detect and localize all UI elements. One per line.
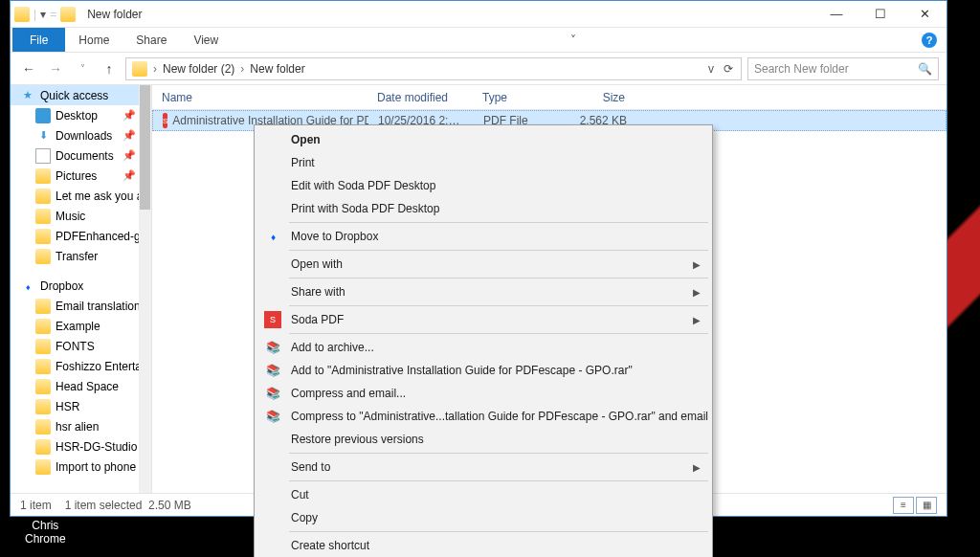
folder-icon [60,7,76,22]
archive-icon: 📚 [264,385,281,402]
fold-icon [35,229,51,244]
nav-label: Import to phone [56,460,136,474]
nav-label: HSR [56,400,79,413]
nav-label: Downloads [56,129,112,143]
nav-label: Music [56,210,85,223]
nav-pane[interactable]: ★ Quick access Desktop📌⬇Downloads📌Docume… [11,85,152,493]
dropbox-header[interactable]: ⬧ Dropbox [11,276,151,296]
close-button[interactable]: ✕ [902,1,947,28]
nav-item[interactable]: Example [11,316,151,336]
nav-label: hsr alien [56,420,99,434]
search-placeholder: Search New folder [754,62,849,76]
ctx-send-to[interactable]: Send to▶ [256,456,710,479]
view-tab[interactable]: View [180,29,232,52]
view-details-button[interactable]: ≡ [893,497,914,514]
window-title: New folder [87,8,142,21]
nav-label: PDFEnhanced-g [56,230,141,243]
ctx-separator [289,480,708,481]
chevron-icon[interactable]: › [238,62,246,76]
col-name[interactable]: Name [152,91,368,104]
maximize-button[interactable]: ☐ [858,1,902,28]
ctx-separator [289,278,708,278]
folder-icon [35,439,51,455]
back-button[interactable]: ← [18,58,39,79]
ctx-print-soda[interactable]: Print with Soda PDF Desktop [256,197,710,220]
nav-label: Let me ask you a [56,189,143,203]
ctx-archive[interactable]: 📚Add to archive... [256,336,710,359]
nav-label: HSR-DG-Studio [56,440,137,454]
nav-label: Desktop [56,109,98,123]
ctx-archive[interactable]: 📚Compress and email... [256,382,710,405]
quick-access-header[interactable]: ★ Quick access [11,85,151,105]
refresh-button[interactable]: ⟳ [718,62,739,76]
context-menu: Open Print Edit with Soda PDF Desktop Pr… [254,124,713,557]
file-tab[interactable]: File [12,28,65,52]
fold-icon [35,209,51,224]
col-type[interactable]: Type [473,91,568,104]
ctx-shortcut[interactable]: Create shortcut [256,534,710,557]
up-button[interactable]: ↑ [99,58,120,79]
home-tab[interactable]: Home [65,29,122,52]
nav-item[interactable]: HSR [11,396,151,416]
nav-item[interactable]: Transfer [11,246,151,266]
ctx-open-with[interactable]: Open with▶ [256,253,710,276]
forward-button[interactable]: → [45,58,66,79]
ctx-soda-pdf[interactable]: SSoda PDF▶ [256,308,710,331]
nav-item[interactable]: HSR-DG-Studio [11,436,151,457]
nav-item[interactable]: Email translation [11,296,151,316]
ctx-print[interactable]: Print [256,151,710,174]
nav-label: Email translation [56,300,141,313]
nav-item[interactable]: Import to phone [11,457,151,477]
nav-item[interactable]: Pictures📌 [11,166,151,186]
qat-item[interactable]: ▾ [40,8,46,21]
share-tab[interactable]: Share [122,29,180,52]
nav-item[interactable]: ⬇Downloads📌 [11,125,151,145]
folder-icon [35,319,51,334]
path-dropdown[interactable]: v [704,62,718,76]
ctx-restore[interactable]: Restore previous versions [256,428,710,451]
nav-item[interactable]: FONTS [11,336,151,356]
col-size[interactable]: Size [568,91,635,104]
folder-icon [14,7,30,22]
ctx-archive[interactable]: 📚Compress to "Administrative...tallation… [256,405,710,428]
nav-item[interactable]: PDFEnhanced-g [11,226,151,246]
col-date[interactable]: Date modified [368,91,473,104]
ctx-share-with[interactable]: Share with▶ [256,280,710,303]
nav-item[interactable]: Let me ask you a [11,186,151,206]
nav-item[interactable]: Foshizzo Enterta [11,356,151,376]
nav-item[interactable]: Documents📌 [11,145,151,166]
breadcrumb-item[interactable]: New folder [246,60,308,78]
help-icon[interactable]: ? [922,33,937,48]
ctx-copy[interactable]: Copy [256,506,710,529]
recent-button[interactable]: ˅ [72,58,93,79]
minimize-button[interactable]: — [814,1,858,28]
chevron-icon[interactable]: › [151,62,159,76]
nav-item[interactable]: Desktop📌 [11,105,151,125]
ctx-archive[interactable]: 📚Add to "Administrative Installation Gui… [256,359,710,382]
breadcrumb-item[interactable]: New folder (2) [159,60,238,78]
breadcrumb-path[interactable]: › New folder (2) › New folder v ⟳ [125,57,742,80]
nav-item[interactable]: Music [11,206,151,226]
pin-icon: 📌 [122,169,136,182]
ctx-edit-soda[interactable]: Edit with Soda PDF Desktop [256,174,710,197]
ctx-dropbox[interactable]: ⬧Move to Dropbox [256,225,710,248]
nav-label: Dropbox [40,279,83,293]
archive-icon: 📚 [264,362,281,379]
nav-label: FONTS [56,340,95,353]
desktop-shortcut[interactable]: Chris Chrome [25,519,66,546]
search-input[interactable]: Search New folder 🔍 [747,57,939,80]
folder-icon [35,379,51,394]
titlebar[interactable]: | ▾ = New folder — ☐ ✕ [11,1,947,28]
ribbon-expand[interactable]: ˅ [570,33,576,47]
status-size: 2.50 MB [148,499,191,512]
ctx-separator [289,222,708,223]
scrollbar-thumb[interactable] [140,85,150,210]
qat-sep: = [50,8,56,21]
nav-item[interactable]: Head Space [11,376,151,396]
ctx-cut[interactable]: Cut [256,483,710,506]
nav-scrollbar[interactable] [139,85,151,493]
ctx-separator [289,305,708,306]
nav-item[interactable]: hsr alien [11,416,151,436]
ctx-open[interactable]: Open [256,128,710,151]
view-icons-button[interactable]: ▦ [916,497,937,514]
